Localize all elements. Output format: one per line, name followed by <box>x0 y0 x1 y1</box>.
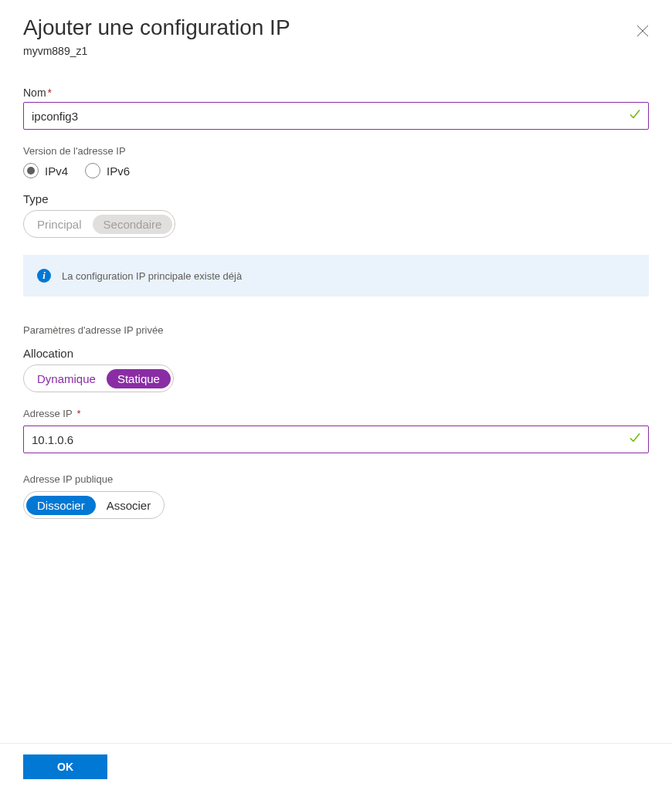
radio-ipv4-label: IPv4 <box>45 164 68 178</box>
check-icon <box>629 108 641 124</box>
ip-version-label: Version de l'adresse IP <box>23 145 649 157</box>
allocation-toggle: Dynamique Statique <box>23 364 174 392</box>
pill-principal[interactable]: Principal <box>26 215 93 234</box>
radio-ipv6-label: IPv6 <box>107 164 130 178</box>
close-icon[interactable] <box>636 15 649 40</box>
info-banner: i La configuration IP principale existe … <box>23 255 649 297</box>
radio-circle-icon <box>23 163 39 178</box>
public-ip-toggle: Dissocier Associer <box>23 491 165 519</box>
name-label: Nom* <box>23 86 649 99</box>
radio-ipv6[interactable]: IPv6 <box>85 163 130 178</box>
pill-statique[interactable]: Statique <box>107 369 171 388</box>
pill-dynamique[interactable]: Dynamique <box>26 369 107 388</box>
check-icon <box>629 432 641 448</box>
radio-ipv4[interactable]: IPv4 <box>23 163 68 178</box>
type-toggle: Principal Secondaire <box>23 210 175 238</box>
ip-address-label: Adresse IP* <box>23 408 649 419</box>
info-icon: i <box>37 269 51 283</box>
subtitle: myvm889_z1 <box>23 45 649 57</box>
pill-dissocier[interactable]: Dissocier <box>26 496 96 515</box>
page-title: Ajouter une configuration IP <box>23 15 290 40</box>
name-input[interactable] <box>23 102 649 130</box>
ip-address-input[interactable] <box>23 426 649 453</box>
public-ip-label: Adresse IP publique <box>23 473 649 485</box>
ok-button[interactable]: OK <box>23 754 107 779</box>
radio-circle-icon <box>85 163 100 178</box>
type-label: Type <box>23 192 649 205</box>
allocation-label: Allocation <box>23 347 649 360</box>
pill-secondaire[interactable]: Secondaire <box>93 215 173 234</box>
pill-associer[interactable]: Associer <box>96 496 162 515</box>
info-text: La configuration IP principale existe dé… <box>62 270 242 282</box>
private-ip-heading: Paramètres d'adresse IP privée <box>23 324 649 336</box>
